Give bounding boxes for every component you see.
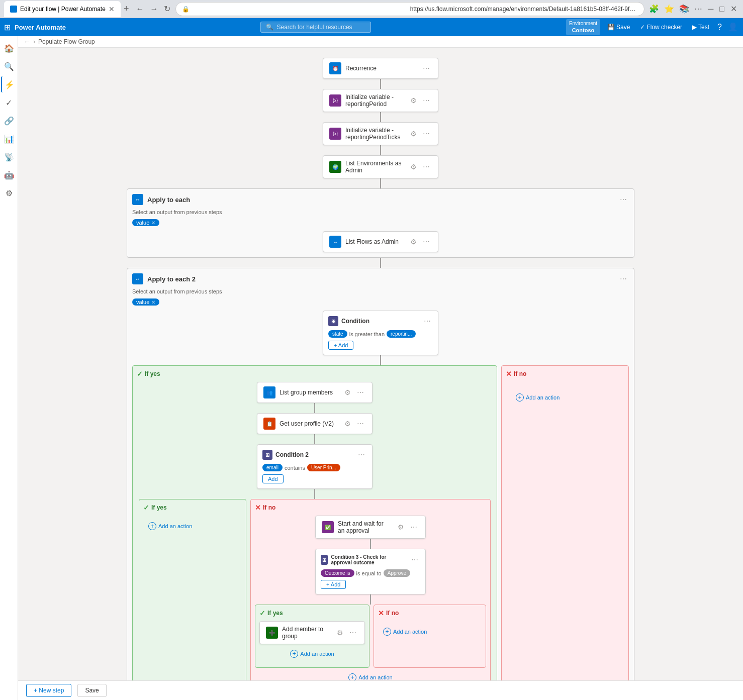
user-profile-more[interactable]: ⋯: [355, 420, 366, 428]
forward-button[interactable]: →: [148, 4, 160, 15]
approval-title: Start and wait for an approval: [338, 520, 392, 534]
branch-no-label: ✕ If no: [506, 370, 624, 378]
env-settings[interactable]: ⚙: [408, 163, 419, 171]
add-member-step[interactable]: ➕ Add member to group ⚙ ⋯: [259, 621, 365, 644]
deep-no: ✕ If no + Add an action: [374, 605, 486, 668]
var2-more[interactable]: ⋯: [421, 130, 432, 138]
sidebar-item-data[interactable]: 📊: [1, 131, 17, 147]
list-flows-title: List Flows as Admin: [345, 238, 404, 245]
app-header: ⊞ Power Automate 🔍 Environment Contoso 💾…: [0, 18, 743, 36]
condition-3-more[interactable]: ⋯: [409, 556, 420, 564]
var2-settings[interactable]: ⚙: [408, 130, 419, 138]
new-tab-button[interactable]: +: [124, 4, 129, 14]
list-group-members-step[interactable]: 👥 List group members ⚙ ⋯: [257, 382, 373, 403]
maximize-button[interactable]: □: [717, 4, 726, 15]
apply-each-1-more[interactable]: ⋯: [618, 195, 629, 204]
collections-button[interactable]: 📚: [678, 3, 691, 15]
condition-2-box[interactable]: ⊞ Condition 2 ⋯ email contains User Prin…: [257, 444, 373, 489]
deep-no-add-action[interactable]: + Add an action: [383, 626, 427, 637]
extensions-button[interactable]: 🧩: [647, 3, 661, 15]
connector-cond: [380, 355, 381, 365]
inner-yes-label: ✓ If yes: [143, 504, 242, 512]
condition-1-more[interactable]: ⋯: [422, 317, 433, 325]
list-flows-more[interactable]: ⋯: [421, 238, 432, 246]
env-more[interactable]: ⋯: [421, 163, 432, 171]
connector-5: [380, 258, 381, 268]
init-var1-step[interactable]: {x} Initialize variable - reportingPerio…: [323, 89, 438, 112]
condition-2-add[interactable]: Add: [262, 474, 284, 483]
deep-yes-add-action[interactable]: + Add an action: [290, 648, 334, 659]
sidebar-item-ai[interactable]: 🤖: [1, 167, 17, 183]
apply-each-2-icon: ↔: [132, 273, 143, 284]
canvas-area[interactable]: ← › Populate Flow Group ⏰ Recurrence ⋯ {…: [18, 36, 743, 700]
app-grid-icon[interactable]: ⊞: [4, 23, 11, 32]
condition-1-add[interactable]: + Add: [328, 341, 353, 350]
list-group-more[interactable]: ⋯: [355, 388, 366, 396]
connector-2: [380, 112, 381, 122]
browser-tab[interactable]: Edit your flow | Power Automate ✕: [4, 1, 121, 17]
condition-1-right: reportin...: [387, 330, 416, 338]
main-layout: 🏠 🔍 ⚡ ✓ 🔗 📊 📡 🤖 ⚙ ← › Populate Flow Grou…: [0, 36, 743, 700]
sidebar-item-monitor[interactable]: 📡: [1, 149, 17, 165]
back-button[interactable]: ←: [134, 4, 146, 15]
add-member-icon: ➕: [266, 627, 278, 639]
condition-1-header: ⊞ Condition ⋯: [328, 316, 433, 326]
profile-button[interactable]: 👤: [727, 21, 739, 33]
condition-1-wrapper: ⊞ Condition ⋯ state is greater than repo…: [132, 311, 629, 355]
url-text: https://us.flow.microsoft.com/manage/env…: [410, 6, 638, 13]
approval-step[interactable]: ✅ Start and wait for an approval ⚙ ⋯: [315, 516, 426, 539]
sidebar-item-flow[interactable]: ⚡: [1, 76, 17, 92]
condition-3-add[interactable]: + Add: [321, 580, 346, 589]
recurrence-title: Recurrence: [345, 65, 417, 72]
approval-settings[interactable]: ⚙: [396, 523, 406, 531]
condition-1-box[interactable]: ⊞ Condition ⋯ state is greater than repo…: [323, 311, 438, 355]
condition-1-row: state is greater than reportin...: [328, 330, 433, 338]
add-member-more[interactable]: ⋯: [347, 629, 358, 637]
sidebar-item-home[interactable]: 🏠: [1, 40, 17, 56]
env-icon: 🌍: [329, 161, 341, 173]
condition-3-box[interactable]: ⊞ Condition 3 - Check for approval outco…: [315, 549, 426, 594]
help-button[interactable]: ?: [716, 22, 723, 33]
condition-2-more[interactable]: ⋯: [356, 451, 367, 459]
init-var2-step[interactable]: {x} Initialize variable - reportingPerio…: [323, 122, 438, 145]
get-user-profile-step[interactable]: 📋 Get user profile (V2) ⚙ ⋯: [257, 413, 373, 434]
browser-chrome: Edit your flow | Power Automate ✕ + ← → …: [0, 0, 743, 18]
close-window-button[interactable]: ✕: [728, 3, 739, 15]
test-button[interactable]: ▶Test: [689, 22, 712, 32]
inner-yes-add-action[interactable]: + Add an action: [148, 521, 192, 532]
tab-close[interactable]: ✕: [109, 5, 115, 13]
breadcrumb: Populate Flow Group: [38, 38, 95, 45]
apply-each-2-header[interactable]: ↔ Apply to each 2 ⋯: [132, 273, 629, 284]
address-bar[interactable]: 🔒 https://us.flow.microsoft.com/manage/e…: [175, 2, 644, 16]
approval-icon: ✅: [322, 521, 334, 533]
save-button[interactable]: 💾Save: [604, 22, 633, 32]
app-search-box[interactable]: 🔍: [260, 22, 371, 33]
list-flows-settings[interactable]: ⚙: [408, 238, 419, 246]
branch-no-add-action[interactable]: + Add an action: [516, 392, 560, 403]
sidebar-item-search[interactable]: 🔍: [1, 58, 17, 74]
approval-more[interactable]: ⋯: [408, 523, 419, 531]
sidebar-item-settings[interactable]: ⚙: [1, 185, 17, 201]
list-flows-step[interactable]: ↔ List Flows as Admin ⚙ ⋯: [323, 231, 438, 252]
more-button[interactable]: ⋯: [693, 3, 704, 15]
list-env-step[interactable]: 🌍 List Environments as Admin ⚙ ⋯: [323, 155, 438, 178]
add-member-settings[interactable]: ⚙: [335, 629, 345, 637]
user-profile-settings[interactable]: ⚙: [342, 420, 353, 428]
save-bottom-button[interactable]: Save: [77, 684, 106, 697]
branch-yes-label: ✓ If yes: [137, 370, 493, 378]
recurrence-more[interactable]: ⋯: [421, 64, 432, 72]
refresh-button[interactable]: ↻: [162, 3, 172, 15]
favorites-button[interactable]: ⭐: [663, 3, 676, 15]
sidebar-item-approvals[interactable]: ✓: [1, 94, 17, 111]
var1-settings[interactable]: ⚙: [408, 96, 419, 105]
search-input[interactable]: [276, 24, 357, 31]
new-step-button[interactable]: + New step: [26, 684, 71, 697]
apply-each-2-more[interactable]: ⋯: [618, 275, 629, 283]
minimize-button[interactable]: ─: [706, 4, 715, 15]
sidebar-item-connectors[interactable]: 🔗: [1, 113, 17, 129]
flow-checker-button[interactable]: ✓Flow checker: [637, 22, 685, 32]
list-group-settings[interactable]: ⚙: [342, 388, 353, 396]
recurrence-step[interactable]: ⏰ Recurrence ⋯: [323, 58, 438, 79]
var1-more[interactable]: ⋯: [421, 96, 432, 105]
apply-each-1-header[interactable]: ↔ Apply to each ⋯: [132, 194, 629, 205]
